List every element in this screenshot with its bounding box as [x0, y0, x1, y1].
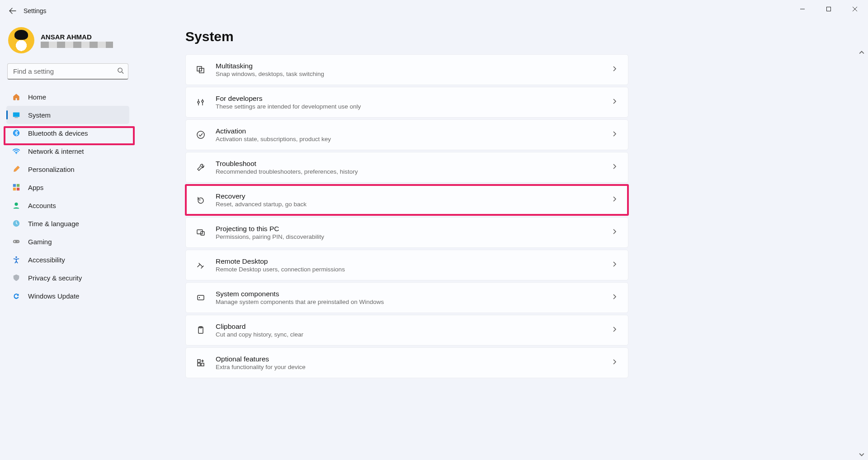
row-recovery[interactable]: RecoveryReset, advanced startup, go back [185, 185, 628, 215]
chevron-right-icon [612, 261, 618, 269]
row-desc: Extra functionality for your device [216, 364, 612, 370]
nav-system[interactable]: System [6, 106, 129, 124]
row-clipboard[interactable]: ClipboardCut and copy history, sync, cle… [185, 315, 628, 346]
update-icon [12, 291, 21, 300]
chevron-right-icon [612, 359, 618, 367]
svg-point-14 [15, 256, 17, 258]
accessibility-icon [12, 255, 21, 264]
nav-gaming[interactable]: Gaming [6, 232, 129, 251]
chevron-right-icon [612, 98, 618, 106]
nav-bluetooth[interactable]: Bluetooth & devices [6, 124, 129, 142]
apps-icon [12, 183, 21, 192]
nav-apps[interactable]: Apps [6, 178, 129, 196]
svg-rect-7 [17, 184, 19, 187]
clock-icon [12, 219, 21, 228]
row-title: System components [216, 290, 612, 298]
nav-privacy[interactable]: Privacy & security [6, 269, 129, 287]
row-desc: Remote Desktop users, connection permiss… [216, 266, 612, 273]
svg-rect-24 [198, 360, 200, 362]
row-multitasking[interactable]: MultitaskingSnap windows, desktops, task… [185, 54, 628, 85]
svg-point-10 [14, 203, 18, 206]
row-title: For developers [216, 95, 612, 103]
back-button[interactable] [4, 2, 22, 20]
gamepad-icon [12, 237, 21, 246]
multitasking-icon [196, 65, 206, 74]
chevron-right-icon [612, 294, 618, 302]
chevron-right-icon [612, 228, 618, 237]
svg-point-17 [197, 131, 204, 138]
window-title: Settings [24, 7, 47, 14]
svg-point-5 [16, 153, 17, 154]
svg-point-21 [199, 297, 200, 298]
row-desc: Reset, advanced startup, go back [216, 201, 612, 208]
window-controls [789, 0, 868, 18]
shield-icon [12, 273, 21, 282]
nav-label: Accessibility [28, 256, 65, 264]
nav-label: Gaming [28, 238, 52, 246]
row-title: Remote Desktop [216, 257, 612, 266]
minimize-button[interactable] [789, 0, 816, 18]
nav-label: Time & language [28, 220, 79, 228]
nav-time[interactable]: Time & language [6, 214, 129, 232]
row-title: Activation [216, 127, 612, 135]
scrollbar[interactable] [857, 0, 866, 460]
wrench-icon [196, 163, 206, 172]
clipboard-icon [196, 326, 206, 335]
profile-name: ANSAR AHMAD [41, 33, 113, 41]
row-desc: Recommended troubleshooters, preferences… [216, 168, 612, 175]
brush-icon [12, 165, 21, 174]
row-desc: Permissions, pairing PIN, discoverabilit… [216, 233, 612, 240]
maximize-button[interactable] [816, 0, 842, 18]
svg-rect-3 [14, 117, 18, 118]
row-remote[interactable]: Remote DesktopRemote Desktop users, conn… [185, 250, 628, 280]
nav-accounts[interactable]: Accounts [6, 196, 129, 214]
search-input[interactable] [7, 63, 128, 80]
nav-label: Windows Update [28, 292, 79, 300]
nav-label: Privacy & security [28, 274, 82, 282]
profile-block[interactable]: ANSAR AHMAD [6, 25, 129, 60]
svg-rect-9 [17, 188, 19, 190]
search-icon [117, 67, 124, 76]
nav-list: Home System Bluetooth & devices Network … [6, 88, 129, 305]
row-desc: Manage system components that are preins… [216, 299, 612, 305]
row-developers[interactable]: For developersThese settings are intende… [185, 87, 628, 118]
content-area: System MultitaskingSnap windows, desktop… [136, 22, 868, 460]
nav-label: Bluetooth & devices [28, 129, 88, 137]
nav-update[interactable]: Windows Update [6, 287, 129, 305]
row-desc: Snap windows, desktops, task switching [216, 71, 612, 77]
nav-label: System [28, 111, 51, 119]
remote-icon [196, 261, 206, 270]
row-optional[interactable]: Optional featuresExtra functionality for… [185, 347, 628, 378]
svg-point-1 [118, 68, 122, 72]
nav-label: Personalization [28, 166, 75, 173]
row-troubleshoot[interactable]: TroubleshootRecommended troubleshooters,… [185, 152, 628, 183]
svg-rect-6 [13, 184, 16, 187]
search-container [7, 63, 128, 80]
bluetooth-icon [12, 128, 21, 138]
nav-label: Accounts [28, 202, 56, 209]
svg-point-13 [18, 241, 19, 242]
row-title: Optional features [216, 355, 612, 363]
nav-home[interactable]: Home [6, 88, 129, 106]
row-desc: Cut and copy history, sync, clear [216, 331, 612, 338]
chevron-right-icon [612, 131, 618, 139]
row-components[interactable]: System componentsManage system component… [185, 282, 628, 313]
row-title: Clipboard [216, 322, 612, 331]
nav-accessibility[interactable]: Accessibility [6, 251, 129, 269]
arrow-left-icon [9, 7, 16, 14]
row-title: Projecting to this PC [216, 225, 612, 233]
page-title: System [185, 29, 850, 44]
nav-personalization[interactable]: Personalization [6, 160, 129, 178]
nav-network[interactable]: Network & internet [6, 142, 129, 160]
scroll-down-icon [859, 452, 864, 457]
row-projecting[interactable]: Projecting to this PCPermissions, pairin… [185, 217, 628, 248]
row-activation[interactable]: ActivationActivation state, subscription… [185, 119, 628, 150]
svg-rect-20 [198, 295, 204, 300]
features-icon [196, 358, 206, 367]
settings-list: MultitaskingSnap windows, desktops, task… [185, 54, 628, 378]
svg-rect-8 [13, 188, 16, 190]
wifi-icon [12, 147, 21, 156]
sidebar: ANSAR AHMAD Home System Bluetooth & devi… [0, 22, 136, 460]
svg-rect-26 [201, 363, 204, 366]
titlebar: Settings [0, 0, 868, 22]
